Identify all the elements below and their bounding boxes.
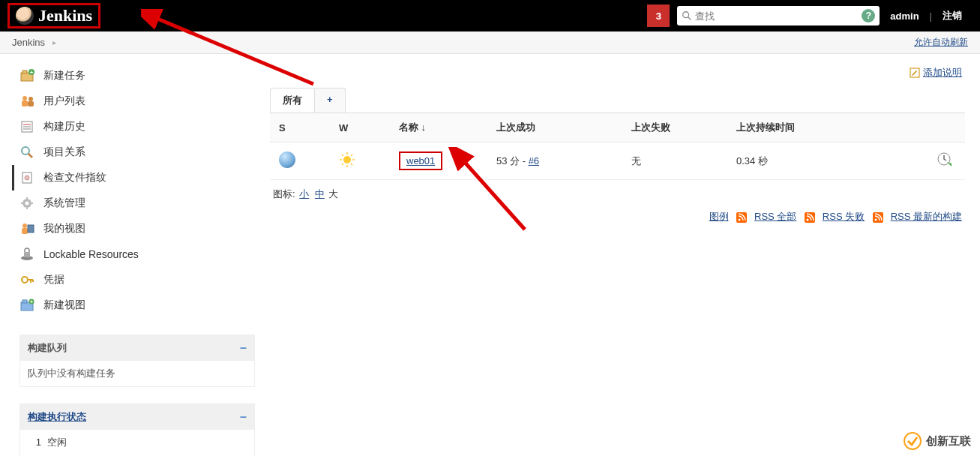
executor-row: 1空闲 [22,433,253,452]
svg-rect-16 [22,172,31,183]
username-link[interactable]: admin [890,10,919,22]
sidebar-item-my-views[interactable]: 我的视图 [19,216,255,242]
svg-line-15 [28,154,32,158]
svg-rect-9 [28,101,34,106]
notification-badge[interactable]: 3 [647,4,670,27]
chevron-right-icon: ▸ [52,38,56,46]
svg-line-45 [351,164,352,165]
main-content: 添加说明 所有 + S W 名称 ↓ 上次成功 上次失败 上次持续时间 [270,54,980,456]
sidebar-item-fingerprint[interactable]: 检查文件指纹 [12,165,255,190]
svg-rect-35 [22,300,27,303]
fingerprint-icon [19,170,36,185]
sidebar-item-new-view[interactable]: +新建视图 [19,292,255,318]
icon-size-small[interactable]: 小 [299,188,309,200]
svg-rect-7 [22,100,28,106]
svg-text:+: + [30,69,34,76]
svg-point-14 [22,147,29,154]
feed-links: 图例 RSS 全部 RSS 失败 RSS 最新的构建 [270,204,965,230]
col-weather[interactable]: W [330,113,390,142]
tab-all[interactable]: 所有 [270,88,315,112]
divider: | [930,10,932,22]
col-name[interactable]: 名称 ↓ [390,113,487,142]
schedule-build-icon[interactable] [937,152,953,168]
history-icon [19,119,36,134]
sidebar-item-build-history[interactable]: 构建历史 [19,114,255,140]
help-icon[interactable]: ? [862,9,875,22]
view-tabs: 所有 + [270,88,965,113]
sidebar-item-lockable[interactable]: Lockable Resources [19,242,255,267]
watermark: 创新互联 [904,432,971,450]
svg-point-55 [904,433,921,449]
build-queue-pane: 构建队列 – 队列中没有构建任务 [19,334,255,387]
sidebar-item-label: 我的视图 [43,222,85,236]
search-box[interactable]: ? [677,6,880,26]
col-status[interactable]: S [270,113,330,142]
sidebar-item-manage[interactable]: 系统管理 [19,190,255,216]
breadcrumb-root[interactable]: Jenkins [12,37,45,48]
collapse-icon[interactable]: – [240,341,247,355]
tab-add-view[interactable]: + [314,88,346,112]
top-header: Jenkins 3 ? admin | 注销 [0,0,980,32]
sidebar-item-label: 项目关系 [43,146,85,159]
collapse-icon[interactable]: – [240,410,247,424]
status-ball-icon [279,152,295,168]
job-link-highlight: web01 [399,152,442,170]
folder-plus-icon: + [19,298,36,313]
build-queue-title: 构建队列 [28,341,67,355]
svg-rect-27 [28,225,34,232]
rss-latest-link[interactable]: RSS 最新的构建 [891,211,962,222]
new-item-icon: + [19,68,36,83]
svg-line-47 [351,154,352,156]
sidebar-item-project-rel[interactable]: 项目关系 [19,140,255,165]
search-icon [682,10,692,21]
svg-point-52 [807,218,809,220]
sidebar-item-label: 检查文件指纹 [43,171,106,184]
jenkins-logo[interactable]: Jenkins [7,3,100,28]
jobs-table: S W 名称 ↓ 上次成功 上次失败 上次持续时间 [270,113,965,180]
build-link[interactable]: #6 [529,155,539,166]
legend-link[interactable]: 图例 [709,211,729,222]
add-description-link[interactable]: 添加说明 [910,66,962,80]
build-queue-empty: 队列中没有构建任务 [20,361,254,386]
rss-icon [805,212,815,223]
svg-line-1 [688,17,691,20]
svg-text:+: + [30,299,33,304]
weather-sunny-icon [339,152,355,168]
search-rel-icon [19,145,36,160]
key-icon [19,272,36,287]
pencil-icon [910,68,920,78]
icon-size-legend: 图标: 小 中 大 [270,180,965,204]
job-link[interactable]: web01 [406,155,435,166]
sidebar-item-label: 构建历史 [43,120,85,134]
col-last-duration[interactable]: 上次持续时间 [727,113,928,142]
rss-all-link[interactable]: RSS 全部 [754,211,796,222]
sidebar-item-people[interactable]: 用户列表 [19,88,255,114]
sidebar-item-label: Lockable Resources [43,248,139,260]
col-last-success[interactable]: 上次成功 [487,113,622,142]
logo-text: Jenkins [38,6,92,26]
col-last-failure[interactable]: 上次失败 [622,113,727,142]
svg-point-30 [22,277,28,283]
watermark-icon [904,432,922,450]
svg-point-6 [22,96,27,100]
breadcrumb-bar: Jenkins ▸ 允许自动刷新 [0,32,980,54]
sidebar-item-new-item[interactable]: +新建任务 [19,63,255,88]
rss-fail-link[interactable]: RSS 失败 [823,211,865,222]
logout-link[interactable]: 注销 [943,9,962,22]
icon-size-medium[interactable]: 中 [315,188,325,200]
sidebar-item-label: 用户列表 [43,94,85,108]
executor-row: 2空闲 [22,452,253,456]
last-failure-cell: 无 [622,142,727,180]
svg-point-50 [739,218,741,220]
sidebar-item-label: 新建任务 [43,69,85,82]
auto-refresh-link[interactable]: 允许自动刷新 [914,36,968,49]
executors-title[interactable]: 构建执行状态 [28,410,86,424]
executors-pane: 构建执行状态 – 1空闲 2空闲 [19,404,255,456]
svg-point-25 [22,224,27,228]
svg-line-46 [342,164,343,165]
svg-point-39 [343,156,351,164]
side-tasks: +新建任务 用户列表 构建历史 项目关系 检查文件指纹 系统管理 我的视图 Lo… [19,63,255,318]
jenkins-head-icon [16,7,34,25]
sidebar-item-credentials[interactable]: 凭据 [19,267,255,292]
search-input[interactable] [695,10,853,22]
